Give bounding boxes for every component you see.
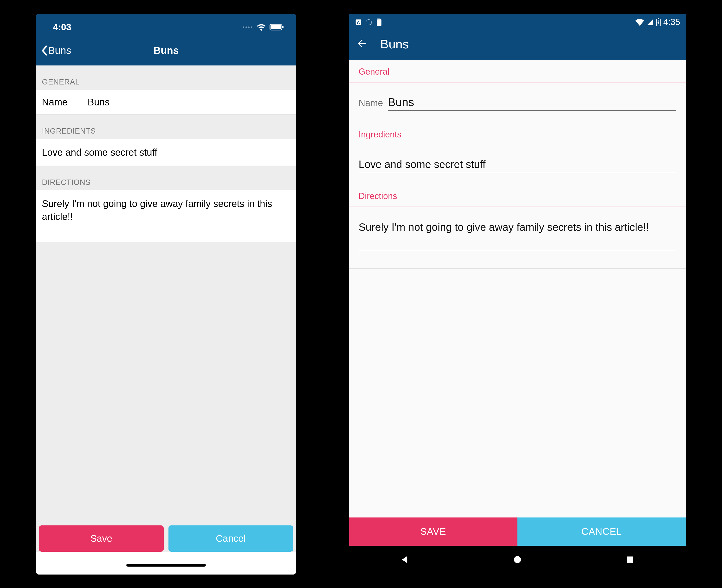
sync-icon xyxy=(365,19,373,26)
android-content[interactable]: General Name Ingredients Directions Sure… xyxy=(349,60,686,518)
ios-content[interactable]: GENERAL Name Buns INGREDIENTS Love and s… xyxy=(36,65,296,525)
page-title: Buns xyxy=(380,37,409,51)
name-value[interactable]: Buns xyxy=(88,97,109,108)
home-indicator[interactable] xyxy=(126,564,206,567)
cancel-button[interactable]: Cancel xyxy=(168,525,293,552)
ingredients-text[interactable]: Love and some secret stuff xyxy=(42,146,290,159)
section-header-directions: DIRECTIONS xyxy=(36,166,296,190)
back-button[interactable] xyxy=(356,37,368,51)
android-app-bar: Buns xyxy=(349,30,686,60)
ingredients-row[interactable]: Love and some secret stuff xyxy=(36,139,296,166)
svg-rect-1 xyxy=(271,25,281,29)
wifi-icon xyxy=(635,19,644,26)
nav-recent-button[interactable] xyxy=(624,554,635,566)
save-button[interactable]: Save xyxy=(39,525,164,552)
android-notification-icons: A xyxy=(355,19,382,26)
arrow-left-icon xyxy=(356,37,368,50)
battery-icon xyxy=(270,24,284,30)
svg-rect-2 xyxy=(282,26,283,28)
android-clock: 4:35 xyxy=(663,17,680,27)
directions-row[interactable]: Surely I'm not going to give away family… xyxy=(36,190,296,242)
svg-rect-12 xyxy=(627,556,633,563)
cellular-icon xyxy=(243,26,252,28)
nav-back-button[interactable] xyxy=(400,554,410,566)
svg-rect-6 xyxy=(378,19,378,20)
save-button[interactable]: SAVE xyxy=(349,518,517,546)
cancel-button[interactable]: CANCEL xyxy=(517,518,686,546)
ios-screen: 4:03 Buns Buns GENERAL Name Buns INGREDI… xyxy=(36,14,296,574)
section-header-general: GENERAL xyxy=(36,65,296,90)
ios-nav-bar: Buns Buns xyxy=(36,39,296,65)
section-header-general: General xyxy=(349,60,686,83)
svg-text:A: A xyxy=(357,20,360,25)
directions-block: Surely I'm not going to give away family… xyxy=(349,207,686,254)
android-status-bar: A 4:35 xyxy=(349,14,686,30)
ios-home-area xyxy=(36,552,296,574)
directions-input[interactable]: Surely I'm not going to give away family… xyxy=(359,218,676,251)
name-row[interactable]: Name Buns xyxy=(36,90,296,114)
name-input[interactable] xyxy=(388,94,676,111)
keyboard-icon: A xyxy=(355,19,362,26)
divider xyxy=(349,268,686,269)
name-label: Name xyxy=(42,97,73,108)
section-header-ingredients: INGREDIENTS xyxy=(36,114,296,139)
section-header-ingredients: Ingredients xyxy=(349,123,686,145)
ios-status-bar: 4:03 xyxy=(36,14,296,39)
ios-clock: 4:03 xyxy=(53,22,71,33)
ingredients-block xyxy=(349,145,686,175)
android-screen: A 4:35 Buns General Name Ingredients Dir… xyxy=(349,14,686,574)
svg-point-5 xyxy=(366,19,372,25)
name-label: Name xyxy=(359,98,383,108)
android-system-icons: 4:35 xyxy=(635,17,680,27)
svg-rect-10 xyxy=(658,18,659,19)
section-header-directions: Directions xyxy=(349,184,686,207)
android-nav-bar xyxy=(349,546,686,574)
ios-status-icons xyxy=(243,24,284,31)
wifi-icon xyxy=(257,24,266,31)
page-title: Buns xyxy=(36,45,296,56)
nav-home-button[interactable] xyxy=(512,554,523,566)
cellular-icon xyxy=(646,19,654,26)
battery-charging-icon xyxy=(656,18,661,26)
svg-point-11 xyxy=(514,556,521,563)
ios-button-bar: Save Cancel xyxy=(36,525,296,552)
svg-rect-8 xyxy=(380,19,381,20)
directions-text[interactable]: Surely I'm not going to give away family… xyxy=(42,197,290,235)
name-row: Name xyxy=(349,83,686,113)
android-button-bar: SAVE CANCEL xyxy=(349,518,686,546)
sd-card-icon xyxy=(376,19,382,26)
svg-rect-7 xyxy=(379,19,379,20)
ingredients-input[interactable] xyxy=(359,157,676,172)
